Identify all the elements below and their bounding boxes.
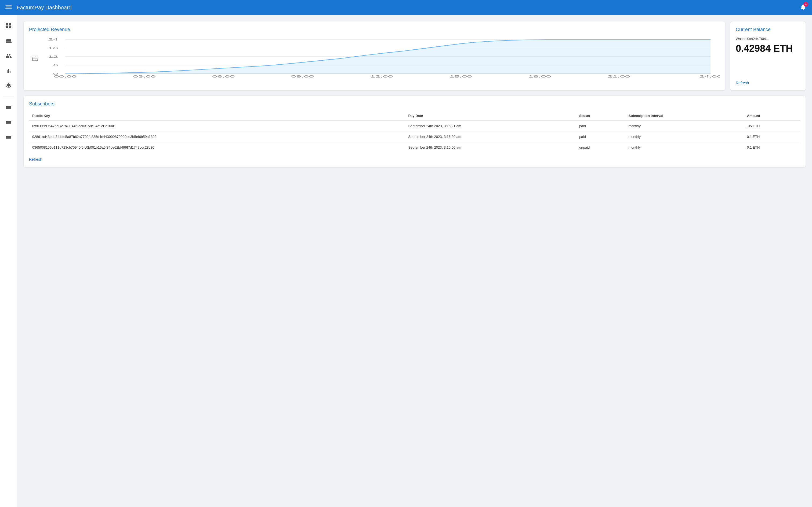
svg-text:09:00: 09:00 xyxy=(291,75,314,78)
cell-status: paid xyxy=(576,131,625,142)
sidebar-divider xyxy=(3,97,14,97)
top-row: Projected Revenue 24 18 12 6 xyxy=(23,21,806,91)
svg-text:12: 12 xyxy=(48,55,58,58)
current-balance-card: Current Balance Wallet: 0xa2d4fB04... 0.… xyxy=(730,21,806,91)
svg-text:03:00: 03:00 xyxy=(133,75,156,78)
svg-rect-0 xyxy=(5,5,12,6)
sidebar-item-customers[interactable] xyxy=(2,49,15,62)
sidebar-item-dashboard[interactable] xyxy=(2,19,15,32)
subscribers-refresh-button[interactable]: Refresh xyxy=(29,157,42,162)
svg-rect-2 xyxy=(5,9,12,9)
cell-status: unpaid xyxy=(576,142,625,153)
cell-amount: 0.1 ETH xyxy=(744,131,800,142)
subscribers-title: Subscribers xyxy=(29,101,800,107)
cell-interval: monthly xyxy=(625,121,744,131)
cell-public_key: 02861ad43eda3febfe5a87b62a7709fd835d4e44… xyxy=(29,131,405,142)
sidebar-item-analytics[interactable] xyxy=(2,64,15,77)
cell-interval: monthly xyxy=(625,131,744,142)
svg-text:06:00: 06:00 xyxy=(212,75,235,78)
notification-bell[interactable]: 4 xyxy=(800,3,807,11)
svg-text:12:00: 12:00 xyxy=(370,75,393,78)
projected-revenue-title: Projected Revenue xyxy=(29,27,720,33)
col-interval: Subscription Interval xyxy=(625,111,744,121)
sidebar-item-layers[interactable] xyxy=(2,79,15,92)
sidebar-item-list3[interactable] xyxy=(2,131,15,144)
col-pay-date: Pay Date xyxy=(405,111,576,121)
svg-text:24: 24 xyxy=(48,38,58,41)
subscribers-table-wrapper: Public Key Pay Date Status Subscription … xyxy=(29,111,800,153)
svg-text:00:00: 00:00 xyxy=(54,75,77,78)
revenue-chart: 24 18 12 6 0 00:00 03:00 06:00 09:00 12:… xyxy=(29,37,720,80)
sidebar-item-orders[interactable] xyxy=(2,34,15,47)
cell-public_key: 0365008156b111d723cb70940f5fc0b001b16a5f… xyxy=(29,142,405,153)
chart-container: 24 18 12 6 0 00:00 03:00 06:00 09:00 12:… xyxy=(29,37,720,85)
subscribers-card: Subscribers Public Key Pay Date Status S… xyxy=(23,96,806,167)
cell-status: paid xyxy=(576,121,625,131)
balance-refresh-button[interactable]: Refresh xyxy=(736,81,800,85)
menu-icon[interactable] xyxy=(5,4,12,11)
col-amount: Amount xyxy=(744,111,800,121)
sidebar xyxy=(0,15,17,507)
svg-text:15:00: 15:00 xyxy=(449,75,472,78)
cell-pay_date: September 24th 2023, 3:15:00 am xyxy=(405,142,576,153)
sidebar-item-list1[interactable] xyxy=(2,101,15,114)
projected-revenue-card: Projected Revenue 24 18 12 6 xyxy=(23,21,725,91)
notification-badge: 4 xyxy=(803,2,808,7)
cell-amount: 0.1 ETH xyxy=(744,142,800,153)
cell-interval: monthly xyxy=(625,142,744,153)
svg-text:6: 6 xyxy=(53,64,58,67)
cell-pay_date: September 24th 2023, 3:16:20 am xyxy=(405,131,576,142)
svg-rect-1 xyxy=(5,7,12,7)
svg-text:24:00: 24:00 xyxy=(699,75,720,78)
svg-text:18: 18 xyxy=(48,47,58,50)
layout: Projected Revenue 24 18 12 6 xyxy=(0,15,812,507)
cell-public_key: 0x8FB6bD5476eC27bCE44f2ec03158c34e9cBc16… xyxy=(29,121,405,131)
col-public-key: Public Key xyxy=(29,111,405,121)
main-content: Projected Revenue 24 18 12 6 xyxy=(17,15,812,507)
cell-pay_date: September 24th 2023, 3:16:21 am xyxy=(405,121,576,131)
balance-title: Current Balance xyxy=(736,27,800,33)
col-status: Status xyxy=(576,111,625,121)
sidebar-item-list2[interactable] xyxy=(2,116,15,129)
balance-amount: 0.42984 ETH xyxy=(736,43,800,54)
subscribers-table: Public Key Pay Date Status Subscription … xyxy=(29,111,800,153)
page-title: FactumPay Dashboard xyxy=(17,5,800,11)
cell-amount: .05 ETH xyxy=(744,121,800,131)
table-row: 02861ad43eda3febfe5a87b62a7709fd835d4e44… xyxy=(29,131,800,142)
topbar: FactumPay Dashboard 4 xyxy=(0,0,812,15)
table-row: 0x8FB6bD5476eC27bCE44f2ec03158c34e9cBc16… xyxy=(29,121,800,131)
svg-text:21:00: 21:00 xyxy=(607,75,630,78)
wallet-address: Wallet: 0xa2d4fB04... xyxy=(736,37,800,41)
svg-text:18:00: 18:00 xyxy=(528,75,551,78)
svg-text:ETH: ETH xyxy=(30,56,40,61)
table-body: 0x8FB6bD5476eC27bCE44f2ec03158c34e9cBc16… xyxy=(29,121,800,153)
table-header: Public Key Pay Date Status Subscription … xyxy=(29,111,800,121)
table-row: 0365008156b111d723cb70940f5fc0b001b16a5f… xyxy=(29,142,800,153)
